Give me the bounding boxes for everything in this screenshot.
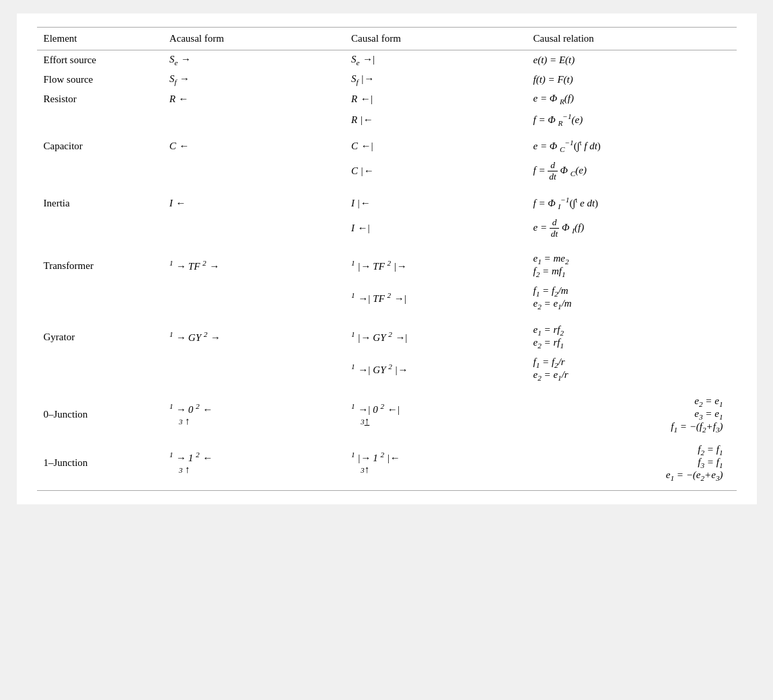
acausal-form: I ← xyxy=(163,189,344,214)
table-row: Gyrator 1 → GY 2 → 1 |→ GY 2 →| e1 = rf2… xyxy=(37,317,737,353)
table-row: 1 →| TF 2 →| f1 = f2/m e2 = e1/m xyxy=(37,282,737,317)
element-label xyxy=(37,214,163,246)
acausal-form: 1 → GY 2 → xyxy=(163,317,344,353)
causal-relation: e = ddt Φ I(f) xyxy=(526,214,736,246)
causal-form: Sf |→ xyxy=(344,70,526,89)
acausal-form: Sf → xyxy=(163,70,344,89)
causal-relation: e1 = me2 f2 = mf1 xyxy=(526,246,736,282)
header-relation: Causal relation xyxy=(526,28,736,50)
causal-form: R ←| xyxy=(344,89,526,109)
acausal-form: 1 → TF 2 → xyxy=(163,246,344,282)
main-container: Element Acausal form Causal form Causal … xyxy=(17,13,757,504)
causal-form: 1 |→ GY 2 →| xyxy=(344,317,526,353)
element-label xyxy=(37,109,163,130)
causal-relation: e = Φ C−1(∫t f dt) xyxy=(526,130,736,157)
acausal-form xyxy=(163,353,344,389)
causal-form: 1 |→ 1 2 |← 3↑ xyxy=(344,437,526,491)
causal-relation: f = Φ I−1(∫t e dt) xyxy=(526,189,736,214)
acausal-form xyxy=(163,282,344,317)
acausal-form: 1 → 1 2 ← 3 ↑ xyxy=(163,437,344,491)
element-label: 1–Junction xyxy=(37,437,163,491)
table-row: 1–Junction 1 → 1 2 ← 3 ↑ 1 |→ 1 2 |← 3↑ … xyxy=(37,437,737,491)
header-causal: Causal form xyxy=(344,28,526,50)
causal-form: 1 |→ TF 2 |→ xyxy=(344,246,526,282)
table-row: Flow source Sf → Sf |→ f(t) = F(t) xyxy=(37,70,737,89)
element-label: 0–Junction xyxy=(37,389,163,437)
element-label xyxy=(37,282,163,317)
table-row: Resistor R ← R ←| e = Φ R(f) xyxy=(37,89,737,109)
element-label xyxy=(37,353,163,389)
acausal-form: C ← xyxy=(163,130,344,157)
causal-relation: e = Φ R(f) xyxy=(526,89,736,109)
causal-form: Se →| xyxy=(344,50,526,71)
causal-relation: f(t) = F(t) xyxy=(526,70,736,89)
element-label: Transformer xyxy=(37,246,163,282)
table-row: I ←| e = ddt Φ I(f) xyxy=(37,214,737,246)
element-label: Capacitor xyxy=(37,130,163,157)
causal-form: R |← xyxy=(344,109,526,130)
causal-relation: f1 = f2/m e2 = e1/m xyxy=(526,282,736,317)
element-label: Resistor xyxy=(37,89,163,109)
table-row: Effort source Se → Se →| e(t) = E(t) xyxy=(37,50,737,71)
table-row: R |← f = Φ R−1(e) xyxy=(37,109,737,130)
table-row: 1 →| GY 2 |→ f1 = f2/r e2 = e1/r xyxy=(37,353,737,389)
causal-relation: e2 = e1 e3 = e1 f1 = −(f2+f3) xyxy=(526,389,736,437)
acausal-form xyxy=(163,214,344,246)
causal-relation: f1 = f2/r e2 = e1/r xyxy=(526,353,736,389)
bond-graph-table: Element Acausal form Causal form Causal … xyxy=(37,27,737,491)
causal-form: 1 →| TF 2 →| xyxy=(344,282,526,317)
table-row: Capacitor C ← C ←| e = Φ C−1(∫t f dt) xyxy=(37,130,737,157)
header-element: Element xyxy=(37,28,163,50)
acausal-form: R ← xyxy=(163,89,344,109)
element-label: Flow source xyxy=(37,70,163,89)
element-label: Effort source xyxy=(37,50,163,71)
causal-relation: e1 = rf2 e2 = rf1 xyxy=(526,317,736,353)
element-label xyxy=(37,157,163,189)
causal-form: 1 →| GY 2 |→ xyxy=(344,353,526,389)
acausal-form: Se → xyxy=(163,50,344,71)
table-row: 0–Junction 1 → 0 2 ← 3 ↑ 1 →| 0 2 ←| 3↑ … xyxy=(37,389,737,437)
causal-relation: f = ddt Φ C(e) xyxy=(526,157,736,189)
acausal-form: 1 → 0 2 ← 3 ↑ xyxy=(163,389,344,437)
causal-relation: f = Φ R−1(e) xyxy=(526,109,736,130)
causal-form: 1 →| 0 2 ←| 3↑ xyxy=(344,389,526,437)
causal-form: I ←| xyxy=(344,214,526,246)
causal-relation: e(t) = E(t) xyxy=(526,50,736,71)
table-row: C |← f = ddt Φ C(e) xyxy=(37,157,737,189)
acausal-form xyxy=(163,157,344,189)
table-row: Inertia I ← I |← f = Φ I−1(∫t e dt) xyxy=(37,189,737,214)
element-label: Inertia xyxy=(37,189,163,214)
table-row: Transformer 1 → TF 2 → 1 |→ TF 2 |→ e1 =… xyxy=(37,246,737,282)
causal-form: I |← xyxy=(344,189,526,214)
causal-form: C ←| xyxy=(344,130,526,157)
header-acausal: Acausal form xyxy=(163,28,344,50)
causal-form: C |← xyxy=(344,157,526,189)
causal-relation: f2 = f1 f3 = f1 e1 = −(e2+e3) xyxy=(526,437,736,491)
acausal-form xyxy=(163,109,344,130)
element-label: Gyrator xyxy=(37,317,163,353)
